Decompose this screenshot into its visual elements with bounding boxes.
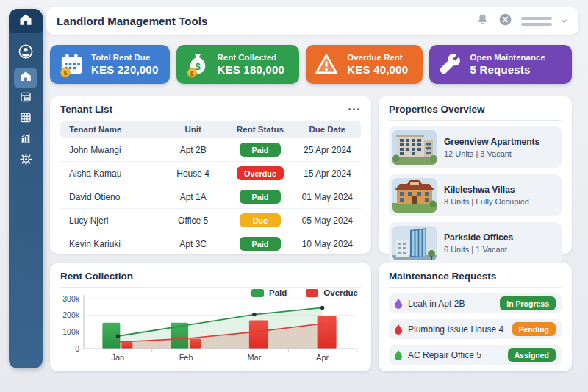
stat-label: Rent Collected — [218, 53, 284, 62]
svg-text:100k: 100k — [62, 327, 80, 336]
stat-card-overdue-rent[interactable]: Overdue Rent KES 40,000 — [306, 45, 422, 84]
bell-icon[interactable] — [476, 13, 490, 29]
chevron-down-icon[interactable] — [560, 15, 568, 28]
maintenance-requests-panel: Maintenance Requests Leak in Apt 2B In P… — [379, 263, 572, 371]
grid-icon — [19, 111, 32, 127]
due-date: 25 Apr 2024 — [294, 138, 361, 162]
list-item-maintenance[interactable]: Plumbing Issue House 4 Pending — [389, 319, 562, 339]
warning-triangle-icon — [314, 51, 340, 78]
sidebar-item-reports[interactable] — [14, 129, 37, 150]
column-header: Rent Status — [226, 121, 293, 138]
villa-building-photo — [392, 178, 437, 213]
sidebar-item-home[interactable] — [14, 68, 37, 88]
properties-title: Properties Overview — [389, 104, 562, 121]
rent-collection-chart: Paid Overdue 0100k200k300kJanFebMarApr — [60, 290, 361, 366]
table-row[interactable]: Lucy Njeri Office 5 Due 05 May 2024 — [60, 209, 361, 232]
svg-text:Feb: Feb — [179, 353, 193, 362]
home-icon — [18, 13, 33, 30]
table-row[interactable]: David Otieno Apt 1A Paid 01 May 2024 — [60, 185, 361, 209]
tenant-unit: House 4 — [159, 162, 226, 185]
stat-label: Open Maintenance — [470, 53, 545, 62]
stat-label: Overdue Rent — [347, 53, 408, 62]
property-details: 12 Units | 3 Vacant — [444, 149, 539, 158]
home-icon — [19, 70, 32, 86]
table-row[interactable]: Aisha Kamau House 4 Overdue 15 Apr 2024 — [60, 162, 361, 185]
rent-collection-title: Rent Collection — [60, 271, 361, 288]
properties-overview-panel: Properties Overview — [379, 96, 572, 254]
user-menu-placeholder[interactable] — [521, 17, 552, 26]
office-building-photo — [392, 226, 437, 260]
column-header: Due Date — [294, 121, 361, 138]
tenant-unit: Apt 3C — [159, 232, 226, 256]
property-name: Parkside Offices — [444, 232, 513, 243]
rent-collection-panel: Rent Collection Paid Overdue 0100k200k30… — [50, 263, 371, 371]
due-date: 10 May 2024 — [294, 232, 361, 256]
column-header: Tenant Name — [60, 121, 159, 138]
svg-text:200k: 200k — [62, 310, 80, 319]
property-name: Greenview Apartments — [444, 137, 539, 147]
stat-label: Total Rent Due — [91, 53, 158, 62]
list-icon — [19, 90, 32, 107]
user-circle-icon — [17, 43, 35, 63]
list-item-maintenance[interactable]: AC Repair Office 5 Assigned — [389, 345, 562, 365]
tenant-list-panel: Tenant List Tenant Name Unit Rent Status… — [50, 96, 371, 254]
stat-cards-row: $ Total Rent Due KES 220,000 $ $ Rent Co… — [50, 45, 572, 84]
list-item-property[interactable]: Kileleshwa Villas 8 Units | Fully Occupi… — [389, 174, 562, 216]
sidebar-item-tenants[interactable] — [14, 88, 37, 109]
sidebar — [9, 9, 43, 368]
maintenance-label: AC Repair Office 5 — [408, 350, 481, 360]
tenant-unit: Apt 2B — [159, 138, 226, 162]
list-item-maintenance[interactable]: Leak in Apt 2B In Progress — [389, 293, 562, 313]
due-date: 15 Apr 2024 — [294, 162, 361, 185]
list-item-property[interactable]: Parkside Offices 6 Units | 1 Vacant — [389, 222, 562, 264]
overdue-swatch — [306, 289, 318, 297]
status-badge: Paid — [240, 190, 281, 204]
tenant-name: Aisha Kamau — [60, 162, 159, 185]
status-badge: Assigned — [508, 348, 556, 362]
tenant-name: John Mwangi — [60, 138, 159, 162]
page-title: Landlord Management Tools — [57, 15, 208, 27]
stat-card-rent-collected[interactable]: $ $ Rent Collected KES 180,000 — [176, 45, 300, 84]
due-date: 05 May 2024 — [294, 209, 361, 232]
tenant-name: Kevin Kariuki — [60, 232, 159, 256]
list-item-property[interactable]: Greenview Apartments 12 Units | 3 Vacant — [389, 126, 562, 168]
tenant-name: Lucy Njeri — [60, 209, 159, 232]
legend-item-overdue[interactable]: Overdue — [306, 288, 358, 297]
chart-legend: Paid Overdue — [251, 288, 358, 297]
due-date: 01 May 2024 — [294, 185, 361, 209]
bar-chart-icon — [19, 132, 32, 148]
svg-text:$: $ — [190, 69, 193, 76]
svg-text:Apr: Apr — [316, 353, 329, 362]
status-badge: Paid — [240, 143, 281, 157]
apartment-building-photo — [392, 130, 437, 165]
gear-icon — [19, 152, 33, 169]
table-row[interactable]: John Mwangi Apt 2B Paid 25 Apr 2024 — [60, 138, 361, 162]
table-row[interactable]: Kevin Kariuki Apt 3C Paid 10 May 2024 — [60, 232, 361, 256]
tenant-table: Tenant Name Unit Rent Status Due Date Jo… — [60, 121, 361, 255]
stat-card-open-maintenance[interactable]: Open Maintenance 5 Requests — [429, 45, 572, 84]
svg-text:300k: 300k — [62, 294, 80, 303]
more-options-icon[interactable] — [347, 105, 362, 114]
status-badge: Overdue — [237, 166, 284, 180]
stat-value: 5 Requests — [470, 63, 545, 76]
money-bag-icon: $ $ — [184, 51, 211, 78]
sidebar-item-profile[interactable] — [14, 42, 37, 64]
sidebar-item-properties[interactable] — [14, 109, 37, 129]
tenant-unit: Office 5 — [159, 209, 226, 232]
droplet-icon — [395, 324, 402, 335]
property-name: Kileleshwa Villas — [444, 185, 529, 195]
droplet-icon — [395, 299, 402, 309]
wrench-icon — [437, 51, 464, 78]
stat-card-total-rent-due[interactable]: $ Total Rent Due KES 220,000 — [50, 45, 170, 84]
maintenance-title: Maintenance Requests — [389, 271, 562, 288]
close-circle-icon[interactable] — [498, 12, 513, 30]
app-logo — [9, 9, 43, 33]
svg-text:Jan: Jan — [112, 353, 125, 362]
svg-text:Mar: Mar — [247, 353, 261, 362]
stat-value: KES 40,000 — [347, 63, 408, 76]
svg-text:$: $ — [63, 68, 68, 76]
legend-item-paid[interactable]: Paid — [251, 288, 287, 297]
sidebar-item-settings[interactable] — [14, 150, 37, 171]
status-badge: Due — [240, 213, 281, 227]
maintenance-label: Leak in Apt 2B — [408, 299, 465, 309]
